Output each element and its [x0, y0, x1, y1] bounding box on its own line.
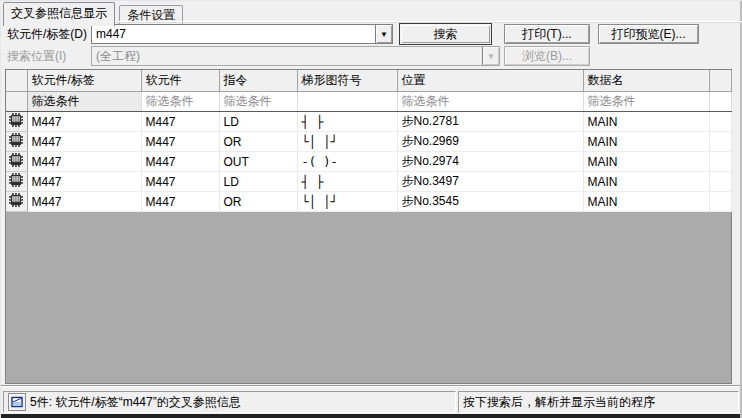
cell-device-label: M447 [27, 132, 141, 152]
cell-symbol: ┤ ├ [297, 112, 397, 132]
cell-device-label: M447 [27, 152, 141, 172]
grid-body: M447M447LD┤ ├步No.2781MAIN M447M447OR└│ │… [6, 112, 731, 212]
filter-instruction[interactable]: 筛选条件 [219, 92, 297, 112]
filter-device[interactable]: 筛选条件 [141, 92, 219, 112]
filter-ladder-symbol[interactable] [297, 92, 397, 112]
status-panel-hint: 按下搜索后，解析并显示当前的程序 [458, 391, 739, 413]
cell-device: M447 [141, 112, 219, 132]
header-data-name: 数据名 [583, 70, 709, 92]
row-selector-cell[interactable] [6, 112, 27, 132]
cell-data-name: MAIN [583, 132, 709, 152]
chip-icon [8, 132, 24, 148]
search-location-value: (全工程) [92, 47, 482, 65]
header-device: 软元件 [141, 70, 219, 92]
cell-symbol: -( )- [297, 152, 397, 172]
device-label-caption: 软元件/标签(D) [7, 25, 87, 43]
status-hint-text: 按下搜索后，解析并显示当前的程序 [463, 392, 655, 412]
cell-device: M447 [141, 192, 219, 212]
row-selector-cell[interactable] [6, 172, 27, 192]
cell-instruction: OR [219, 132, 297, 152]
cell-position: 步No.3497 [397, 172, 583, 192]
cross-reference-window: 交叉参照信息显示 条件设置 软元件/标签(D) m447 ▼ 搜索 打印(T).… [0, 0, 742, 418]
cell-symbol: ┤ ├ [297, 172, 397, 192]
cell-symbol: └│ │┘ [297, 132, 397, 152]
chevron-down-icon: ▼ [482, 47, 499, 65]
tab-cross-reference-display[interactable]: 交叉参照信息显示 [3, 2, 115, 26]
cell-position: 步No.3545 [397, 192, 583, 212]
cell-device: M447 [141, 152, 219, 172]
filter-data-name[interactable]: 筛选条件 [583, 92, 709, 112]
cell-position: 步No.2974 [397, 152, 583, 172]
tab-bar: 交叉参照信息显示 条件设置 [3, 2, 184, 22]
cell-device-label: M447 [27, 192, 141, 212]
cell-position: 步No.2969 [397, 132, 583, 152]
cell-instruction: OUT [219, 152, 297, 172]
table-row[interactable]: M447M447OR└│ │┘步No.3545MAIN [6, 192, 731, 212]
filter-device-label[interactable]: 筛选条件 [27, 92, 141, 112]
cell-instruction: LD [219, 112, 297, 132]
status-panel-result: 5件: 软元件/标签“m447”的交叉参照信息 [3, 391, 456, 413]
row-selector-cell[interactable] [6, 152, 27, 172]
table-row[interactable]: M447M447OUT-( )-步No.2974MAIN [6, 152, 731, 172]
results-table: 软元件/标签 软元件 指令 梯形图符号 位置 数据名 筛选条件 筛选条件 筛选条… [6, 70, 732, 212]
status-result-text: 5件: 软元件/标签“m447”的交叉参照信息 [30, 392, 241, 412]
search-location-caption: 搜索位置(I) [7, 47, 66, 65]
cell-device-label: M447 [27, 112, 141, 132]
header-instruction: 指令 [219, 70, 297, 92]
table-row[interactable]: M447M447LD┤ ├步No.2781MAIN [6, 112, 731, 132]
cell-instruction: OR [219, 192, 297, 212]
cell-empty [709, 172, 731, 192]
filter-row: 筛选条件 筛选条件 筛选条件 筛选条件 筛选条件 [6, 92, 731, 112]
cell-device: M447 [141, 132, 219, 152]
cell-data-name: MAIN [583, 172, 709, 192]
filter-row-selector [6, 92, 27, 112]
search-location-combobox: (全工程) ▼ [91, 46, 500, 66]
chevron-down-icon[interactable]: ▼ [375, 25, 392, 43]
cell-empty [709, 132, 731, 152]
filter-empty [709, 92, 731, 112]
cell-position: 步No.2781 [397, 112, 583, 132]
cell-data-name: MAIN [583, 192, 709, 212]
table-row[interactable]: M447M447LD┤ ├步No.3497MAIN [6, 172, 731, 192]
chip-icon [8, 112, 24, 128]
results-grid-area: 软元件/标签 软元件 指令 梯形图符号 位置 数据名 筛选条件 筛选条件 筛选条… [5, 69, 732, 384]
row-selector-cell[interactable] [6, 192, 27, 212]
window-bottom-edge [1, 414, 742, 418]
cell-instruction: LD [219, 172, 297, 192]
search-button[interactable]: 搜索 [399, 23, 492, 45]
cell-device: M447 [141, 172, 219, 192]
cell-data-name: MAIN [583, 112, 709, 132]
chip-icon [8, 152, 24, 168]
cell-symbol: └│ │┘ [297, 192, 397, 212]
cell-device-label: M447 [27, 172, 141, 192]
chip-icon [8, 192, 24, 208]
cell-empty [709, 192, 731, 212]
window-icon [8, 393, 26, 411]
filter-position[interactable]: 筛选条件 [397, 92, 583, 112]
status-bar: 5件: 软元件/标签“m447”的交叉参照信息 按下搜索后，解析并显示当前的程序 [1, 390, 742, 414]
print-button[interactable]: 打印(T)... [504, 24, 590, 44]
device-combobox-value[interactable]: m447 [92, 25, 375, 43]
table-row[interactable]: M447M447OR└│ │┘步No.2969MAIN [6, 132, 731, 152]
header-row: 软元件/标签 软元件 指令 梯形图符号 位置 数据名 [6, 70, 731, 92]
header-empty [709, 70, 731, 92]
device-combobox[interactable]: m447 ▼ [91, 24, 393, 44]
header-position: 位置 [397, 70, 583, 92]
chip-icon [8, 172, 24, 188]
cell-empty [709, 112, 731, 132]
row-selector-cell[interactable] [6, 132, 27, 152]
header-row-selector [6, 70, 27, 92]
print-preview-button[interactable]: 打印预览(E)... [598, 24, 699, 44]
header-ladder-symbol: 梯形图符号 [297, 70, 397, 92]
browse-button: 浏览(B)... [504, 46, 590, 66]
status-groove [1, 385, 742, 387]
header-device-label: 软元件/标签 [27, 70, 141, 92]
cell-empty [709, 152, 731, 172]
cell-data-name: MAIN [583, 152, 709, 172]
